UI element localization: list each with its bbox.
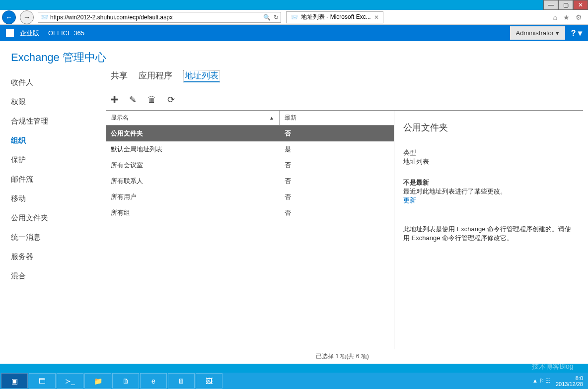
cell-latest: 否: [280, 126, 394, 141]
add-button[interactable]: ✚: [111, 94, 118, 105]
column-name[interactable]: 显示名▲: [106, 111, 280, 125]
sidebar-item[interactable]: 公用文件夹: [0, 208, 97, 228]
office-logo-icon: [6, 29, 14, 37]
cell-name: 公用文件夹: [106, 126, 280, 141]
table-row[interactable]: 所有用户否: [106, 189, 394, 205]
taskbar-server-manager[interactable]: 🗔: [29, 373, 56, 389]
taskbar-app3[interactable]: 🖼: [196, 373, 222, 389]
detail-pane: 公用文件夹 类型 地址列表 不是最新 最近对此地址列表进行了某些更改。 更新 此…: [394, 111, 583, 349]
table-header: 显示名▲ 最新: [106, 111, 394, 126]
nav-forward-button[interactable]: →: [20, 10, 34, 24]
delete-button[interactable]: 🗑: [147, 94, 156, 105]
detail-type-label: 类型: [403, 148, 574, 157]
nav-back-button[interactable]: ←: [2, 10, 16, 24]
tabs-row: 共享应用程序地址列表: [97, 70, 588, 85]
table-row[interactable]: 所有会议室否: [106, 157, 394, 173]
tab[interactable]: 应用程序: [139, 71, 172, 80]
favorites-icon[interactable]: ★: [563, 13, 570, 21]
table-row[interactable]: 公用文件夹否: [106, 126, 394, 141]
sidebar-item[interactable]: 收件人: [0, 73, 97, 92]
user-menu[interactable]: Administrator ▾: [510, 26, 565, 40]
sidebar: 收件人权限合规性管理组织保护邮件流移动公用文件夹统一消息服务器混合: [0, 70, 97, 364]
cell-name: 所有组: [106, 205, 280, 221]
window-maximize-button[interactable]: ▢: [558, 0, 573, 10]
selection-status: 已选择 1 项(共 6 项): [97, 349, 588, 364]
settings-icon[interactable]: ⚙: [576, 13, 582, 21]
taskbar-explorer[interactable]: 📁: [84, 373, 111, 389]
site-icon: 📨: [40, 13, 48, 21]
sidebar-item[interactable]: 统一消息: [0, 228, 97, 247]
detail-note: 此地址列表是使用 Exchange 命令行管理程序创建的。请使用 Exchang…: [403, 225, 574, 243]
cell-latest: 是: [280, 141, 394, 157]
window-minimize-button[interactable]: —: [543, 0, 558, 10]
tab[interactable]: 共享: [111, 71, 128, 80]
list-toolbar: ✚ ✎ 🗑 ⟳: [97, 85, 588, 110]
column-latest[interactable]: 最新: [280, 111, 394, 125]
detail-title: 公用文件夹: [403, 122, 574, 133]
url-text: https://win2012-2.shuhui.com/ecp/default…: [50, 14, 173, 21]
reload-icon[interactable]: ↻: [274, 14, 279, 21]
help-menu[interactable]: ? ▾: [571, 28, 582, 38]
sort-asc-icon: ▲: [269, 115, 274, 121]
sidebar-item[interactable]: 邮件流: [0, 170, 97, 189]
update-link[interactable]: 更新: [403, 196, 574, 205]
sidebar-item[interactable]: 移动: [0, 189, 97, 208]
sidebar-item[interactable]: 权限: [0, 92, 97, 112]
window-close-button[interactable]: ✕: [573, 0, 588, 10]
tab-close-button[interactable]: ✕: [374, 14, 379, 21]
tray-clock[interactable]: 8:02013/12/28: [556, 375, 583, 387]
cell-name: 所有联系人: [106, 173, 280, 189]
cell-latest: 否: [280, 189, 394, 205]
sidebar-item[interactable]: 组织: [0, 131, 97, 150]
tray-flag-icon[interactable]: ▲ ⚐ ☷: [532, 378, 551, 384]
cell-name: 所有会议室: [106, 157, 280, 173]
cell-latest: 否: [280, 205, 394, 221]
browser-toolbar: ← → 📨 https://win2012-2.shuhui.com/ecp/d…: [0, 10, 588, 25]
cell-name: 默认全局地址列表: [106, 141, 280, 157]
page-title: Exchange 管理中心: [0, 41, 588, 70]
tab-favicon: 📨: [291, 14, 298, 21]
table-row[interactable]: 默认全局地址列表是: [106, 141, 394, 157]
sidebar-item[interactable]: 合规性管理: [0, 112, 97, 131]
edition-label[interactable]: 企业版: [20, 29, 39, 38]
detail-type-value: 地址列表: [403, 157, 574, 166]
taskbar-powershell[interactable]: ≻_: [57, 373, 83, 389]
sidebar-item[interactable]: 混合: [0, 266, 97, 286]
taskbar-app2[interactable]: 🖥: [168, 373, 195, 389]
sidebar-item[interactable]: 服务器: [0, 247, 97, 266]
cell-latest: 否: [280, 157, 394, 173]
table-row[interactable]: 所有组否: [106, 205, 394, 221]
tab[interactable]: 地址列表: [183, 70, 220, 82]
sidebar-item[interactable]: 保护: [0, 150, 97, 170]
taskbar-app[interactable]: 🗎: [112, 373, 139, 389]
home-icon[interactable]: ⌂: [553, 13, 557, 21]
office365-label[interactable]: OFFICE 365: [48, 29, 84, 37]
edit-button[interactable]: ✎: [129, 94, 137, 105]
table-row[interactable]: 所有联系人否: [106, 173, 394, 189]
cell-latest: 否: [280, 173, 394, 189]
refresh-button[interactable]: ⟳: [167, 94, 175, 105]
search-icon[interactable]: 🔍: [263, 14, 271, 21]
address-bar[interactable]: 📨 https://win2012-2.shuhui.com/ecp/defau…: [38, 12, 281, 23]
cell-name: 所有用户: [106, 189, 280, 205]
taskbar: ▣ 🗔 ≻_ 📁 🗎 e 🖥 🖼 ▲ ⚐ ☷ 8:02013/12/28: [0, 373, 588, 389]
detail-notlatest-label: 不是最新: [403, 178, 574, 187]
browser-tab[interactable]: 📨 地址列表 - Microsoft Exc... ✕: [286, 11, 383, 23]
tab-title: 地址列表 - Microsoft Exc...: [301, 13, 371, 21]
o365-topbar: 企业版 OFFICE 365 Administrator ▾ ? ▾: [0, 25, 588, 41]
start-button[interactable]: ▣: [1, 373, 28, 389]
taskbar-ie[interactable]: e: [140, 373, 167, 389]
detail-notlatest-text: 最近对此地址列表进行了某些更改。: [403, 187, 574, 196]
